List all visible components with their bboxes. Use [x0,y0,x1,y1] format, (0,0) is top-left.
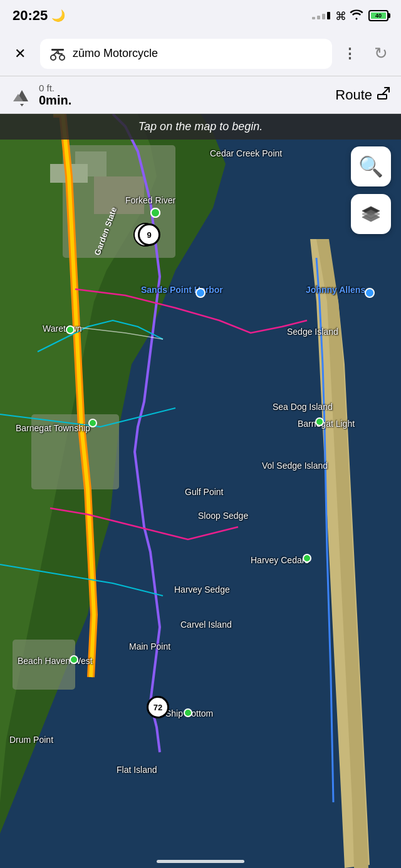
sub-header: 0 ft. 0min. Route [0,76,401,114]
route-stats: 0 ft. 0min. [39,83,71,108]
search-button[interactable]: 🔍 [351,146,391,186]
svg-marker-5 [20,104,24,106]
tap-banner: Tap on the map to begin. [0,114,401,140]
tap-text: Tap on the map to begin. [138,120,263,133]
close-icon: ✕ [14,46,26,62]
time-display: 20:25 [13,8,48,24]
export-icon [376,86,391,104]
menu-icon: ⋮ [343,46,357,62]
route-button[interactable]: Route [335,86,391,104]
status-right: ⌘ 40 [312,9,388,23]
svg-rect-12 [94,176,144,214]
svg-line-7 [382,88,389,94]
elevation-container: 0 ft. 0min. [10,83,335,108]
layers-button[interactable] [351,194,391,234]
svg-rect-14 [13,640,75,690]
svg-point-15 [151,208,160,217]
route-label: Route [335,87,372,103]
battery-level: 40 [375,13,382,19]
app-title-container: zūmo Motorcycle [40,39,332,69]
route-72-sign: 72 [147,696,169,718]
map-background: 9 [0,114,401,868]
layers-icon [360,203,382,225]
search-icon: 🔍 [358,155,383,178]
svg-rect-6 [378,94,387,99]
battery-icon: 40 [368,10,388,21]
svg-point-1 [51,55,56,60]
moon-icon: 🌙 [51,9,65,23]
status-bar: 20:25 🌙 ⌘ 40 [0,0,401,31]
nav-header: ✕ zūmo Motorcycle ⋮ ↻ [0,31,401,76]
menu-button[interactable]: ⋮ [338,43,361,65]
app-name: zūmo Motorcycle [73,47,158,60]
signal-icon [312,12,330,19]
map-container[interactable]: 9 Tap on the map to begin. 🔍 [0,114,401,868]
motorcycle-icon [49,43,66,65]
undo-icon: ↻ [374,44,388,63]
route-9-sign: 9 [138,223,160,246]
undo-button[interactable]: ↻ [367,40,395,68]
close-button[interactable]: ✕ [6,40,34,68]
time-value: 0min. [39,93,71,108]
wifi-icon: ⌘ [335,9,363,23]
status-time: 20:25 🌙 [13,8,65,24]
home-indicator [157,860,244,863]
elevation-icon [10,83,34,107]
svg-point-2 [60,55,65,60]
distance-value: 0 ft. [39,83,71,93]
